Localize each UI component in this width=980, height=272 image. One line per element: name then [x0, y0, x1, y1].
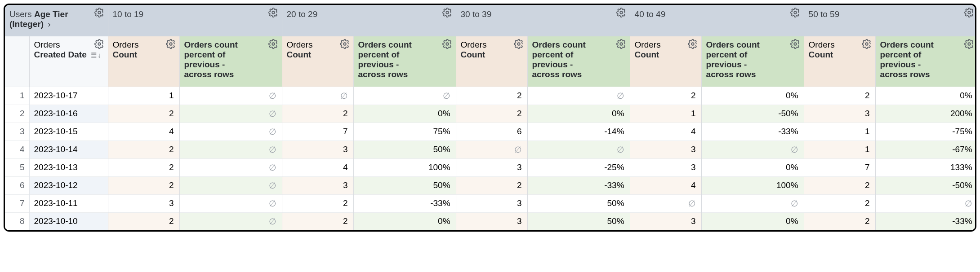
gear-icon[interactable] [442, 39, 452, 49]
date-cell[interactable]: 2023-10-11 [29, 194, 108, 212]
count-cell[interactable]: 3 [108, 194, 179, 212]
chevron-right-icon[interactable]: › [48, 19, 50, 29]
percent-of-previous-header[interactable]: Orders countpercent ofprevious -across r… [701, 36, 804, 87]
gear-icon[interactable] [166, 39, 176, 49]
count-cell[interactable]: 2 [804, 212, 875, 230]
percent-cell[interactable]: 0% [353, 212, 456, 230]
percent-cell[interactable]: ∅ [875, 194, 976, 212]
count-cell[interactable]: ∅ [456, 140, 527, 158]
percent-cell[interactable]: 100% [353, 158, 456, 176]
percent-cell[interactable]: ∅ [179, 194, 282, 212]
pivot-group-header[interactable]: 40 to 49 [630, 5, 804, 36]
percent-cell[interactable]: ∅ [179, 212, 282, 230]
pivot-group-header[interactable]: 10 to 19 [108, 5, 282, 36]
count-cell[interactable]: 3 [282, 176, 353, 194]
percent-cell[interactable]: -33% [875, 212, 976, 230]
percent-cell[interactable]: 0% [701, 212, 804, 230]
date-cell[interactable]: 2023-10-16 [29, 105, 108, 123]
percent-cell[interactable]: -14% [527, 123, 630, 140]
date-cell[interactable]: 2023-10-12 [29, 176, 108, 194]
orders-count-header[interactable]: OrdersCount [804, 36, 875, 87]
gear-icon[interactable] [442, 8, 452, 18]
percent-cell[interactable]: ∅ [179, 158, 282, 176]
date-header[interactable]: Orders Created Date ☰ ↓ [29, 36, 108, 87]
percent-cell[interactable]: ∅ [179, 87, 282, 105]
count-cell[interactable]: 2 [282, 194, 353, 212]
gear-icon[interactable] [268, 8, 278, 18]
percent-cell[interactable]: 0% [353, 105, 456, 123]
percent-cell[interactable]: 0% [701, 87, 804, 105]
percent-cell[interactable]: 0% [701, 158, 804, 176]
count-cell[interactable]: 2 [804, 87, 875, 105]
count-cell[interactable]: 2 [282, 212, 353, 230]
count-cell[interactable]: 3 [282, 140, 353, 158]
gear-icon[interactable] [616, 8, 626, 18]
percent-of-previous-header[interactable]: Orders countpercent ofprevious -across r… [353, 36, 456, 87]
count-cell[interactable]: 3 [456, 158, 527, 176]
percent-cell[interactable]: 50% [527, 212, 630, 230]
count-cell[interactable]: 4 [630, 123, 701, 140]
percent-cell[interactable]: -33% [527, 176, 630, 194]
count-cell[interactable]: 1 [804, 140, 875, 158]
percent-cell[interactable]: -50% [875, 176, 976, 194]
count-cell[interactable]: 2 [108, 140, 179, 158]
percent-cell[interactable]: ∅ [353, 87, 456, 105]
gear-icon[interactable] [862, 39, 872, 49]
percent-cell[interactable]: 75% [353, 123, 456, 140]
percent-of-previous-header[interactable]: Orders countpercent ofprevious -across r… [179, 36, 282, 87]
orders-count-header[interactable]: OrdersCount [282, 36, 353, 87]
gear-icon[interactable] [514, 39, 524, 49]
date-cell[interactable]: 2023-10-14 [29, 140, 108, 158]
count-cell[interactable]: 3 [456, 194, 527, 212]
count-cell[interactable]: ∅ [282, 87, 353, 105]
percent-of-previous-header[interactable]: Orders countpercent ofprevious -across r… [875, 36, 976, 87]
percent-cell[interactable]: ∅ [527, 87, 630, 105]
count-cell[interactable]: 2 [804, 176, 875, 194]
percent-cell[interactable]: 50% [353, 140, 456, 158]
count-cell[interactable]: 3 [804, 105, 875, 123]
count-cell[interactable]: 2 [456, 87, 527, 105]
percent-cell[interactable]: 50% [353, 176, 456, 194]
count-cell[interactable]: 4 [108, 123, 179, 140]
percent-cell[interactable]: 200% [875, 105, 976, 123]
count-cell[interactable]: 4 [282, 158, 353, 176]
count-cell[interactable]: 6 [456, 123, 527, 140]
percent-cell[interactable]: ∅ [179, 105, 282, 123]
count-cell[interactable]: 7 [282, 123, 353, 140]
percent-cell[interactable]: 50% [527, 194, 630, 212]
count-cell[interactable]: 2 [456, 176, 527, 194]
orders-count-header[interactable]: OrdersCount [630, 36, 701, 87]
percent-cell[interactable]: ∅ [701, 194, 804, 212]
percent-cell[interactable]: ∅ [179, 176, 282, 194]
percent-cell[interactable]: 100% [701, 176, 804, 194]
gear-icon[interactable] [964, 39, 974, 49]
gear-icon[interactable] [616, 39, 626, 49]
percent-of-previous-header[interactable]: Orders countpercent ofprevious -across r… [527, 36, 630, 87]
gear-icon[interactable] [268, 39, 278, 49]
gear-icon[interactable] [94, 39, 104, 49]
date-cell[interactable]: 2023-10-13 [29, 158, 108, 176]
count-cell[interactable]: 3 [630, 158, 701, 176]
count-cell[interactable]: ∅ [630, 194, 701, 212]
percent-cell[interactable]: 0% [527, 105, 630, 123]
percent-cell[interactable]: ∅ [527, 140, 630, 158]
count-cell[interactable]: 1 [108, 87, 179, 105]
percent-cell[interactable]: 133% [875, 158, 976, 176]
percent-cell[interactable]: ∅ [701, 140, 804, 158]
count-cell[interactable]: 3 [630, 140, 701, 158]
gear-icon[interactable] [790, 39, 800, 49]
percent-cell[interactable]: 0% [875, 87, 976, 105]
count-cell[interactable]: 2 [108, 176, 179, 194]
count-cell[interactable]: 7 [804, 158, 875, 176]
pivot-group-header[interactable]: 20 to 29 [282, 5, 456, 36]
gear-icon[interactable] [964, 8, 974, 18]
percent-cell[interactable]: -33% [353, 194, 456, 212]
pivot-group-header[interactable]: 30 to 39 [456, 5, 630, 36]
count-cell[interactable]: 4 [630, 176, 701, 194]
date-cell[interactable]: 2023-10-17 [29, 87, 108, 105]
orders-count-header[interactable]: OrdersCount [108, 36, 179, 87]
count-cell[interactable]: 2 [456, 105, 527, 123]
percent-cell[interactable]: -75% [875, 123, 976, 140]
count-cell[interactable]: 2 [630, 87, 701, 105]
count-cell[interactable]: 2 [108, 158, 179, 176]
